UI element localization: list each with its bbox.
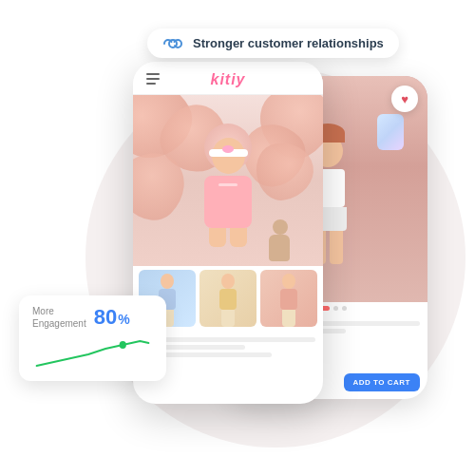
engagement-chart <box>32 337 153 371</box>
thumbnail-3 <box>260 270 317 327</box>
engagement-pct-sign: % <box>118 312 129 327</box>
svg-point-0 <box>120 341 126 349</box>
engagement-top: MoreEngagement 80 % <box>32 305 153 330</box>
badge-text: Stronger customer relationships <box>193 36 384 50</box>
content-line <box>141 337 315 342</box>
app-logo: kitiy <box>210 71 245 87</box>
dot <box>333 306 338 311</box>
backpack <box>377 114 404 150</box>
phone-header: kitiy <box>133 62 323 95</box>
engagement-label: MoreEngagement <box>32 305 86 330</box>
thumb-child-3 <box>280 274 297 327</box>
thumb-child-2 <box>219 274 237 327</box>
badge: Stronger customer relationships <box>147 29 399 58</box>
baby-head <box>212 138 245 174</box>
dot <box>342 306 347 311</box>
thumbnail-2 <box>200 270 256 327</box>
heart-icon: ♥ <box>391 86 418 112</box>
engagement-card: MoreEngagement 80 % <box>19 295 166 381</box>
scene: Stronger customer relationships ♥ <box>0 0 475 476</box>
baby-figure <box>185 138 271 261</box>
add-to-cart-button[interactable]: ADD TO CART <box>344 373 420 391</box>
engagement-percent: 80 <box>94 305 117 330</box>
hamburger-icon <box>146 73 160 85</box>
main-product-image <box>133 95 323 266</box>
infinity-icon <box>162 37 183 50</box>
baby-body <box>204 176 252 228</box>
